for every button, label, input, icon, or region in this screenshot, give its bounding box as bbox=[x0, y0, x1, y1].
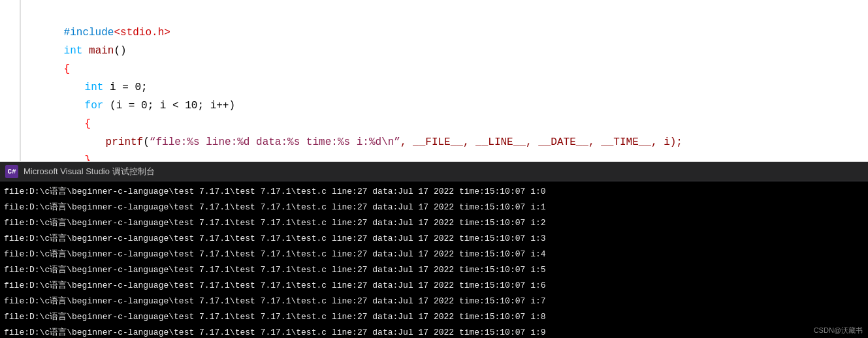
console-title: Microsoft Visual Studio 调试控制台 bbox=[24, 166, 155, 177]
console-line: file:D:\c语言\beginner-c-language\test 7.1… bbox=[4, 325, 864, 338]
code-editor: #include<stdio.h> int main() { int i = 0… bbox=[0, 0, 868, 162]
console-container: C# Microsoft Visual Studio 调试控制台 file:D:… bbox=[0, 162, 868, 338]
console-line: file:D:\c语言\beginner-c-language\test 7.1… bbox=[4, 184, 864, 200]
console-line: file:D:\c语言\beginner-c-language\test 7.1… bbox=[4, 215, 864, 231]
code-line: printf(“file:%s line:%d data:%s time:%s … bbox=[0, 115, 868, 133]
console-output[interactable]: file:D:\c语言\beginner-c-language\test 7.1… bbox=[0, 181, 868, 338]
console-titlebar: C# Microsoft Visual Studio 调试控制台 bbox=[0, 162, 868, 181]
code-line: int i = 0; bbox=[0, 60, 868, 78]
code-line: #include<stdio.h> bbox=[0, 5, 868, 23]
console-line: file:D:\c语言\beginner-c-language\test 7.1… bbox=[4, 200, 864, 215]
console-line: file:D:\c语言\beginner-c-language\test 7.1… bbox=[4, 294, 864, 309]
vs-icon: C# bbox=[5, 165, 18, 178]
console-line: file:D:\c语言\beginner-c-language\test 7.1… bbox=[4, 309, 864, 325]
watermark: CSDN@沃藏书 bbox=[814, 326, 863, 335]
console-line: file:D:\c语言\beginner-c-language\test 7.1… bbox=[4, 278, 864, 294]
console-line: file:D:\c语言\beginner-c-language\test 7.1… bbox=[4, 231, 864, 247]
code-line: for (i = 0; i < 10; i++) bbox=[0, 78, 868, 97]
console-line: file:D:\c语言\beginner-c-language\test 7.1… bbox=[4, 247, 864, 262]
console-line: file:D:\c语言\beginner-c-language\test 7.1… bbox=[4, 262, 864, 278]
